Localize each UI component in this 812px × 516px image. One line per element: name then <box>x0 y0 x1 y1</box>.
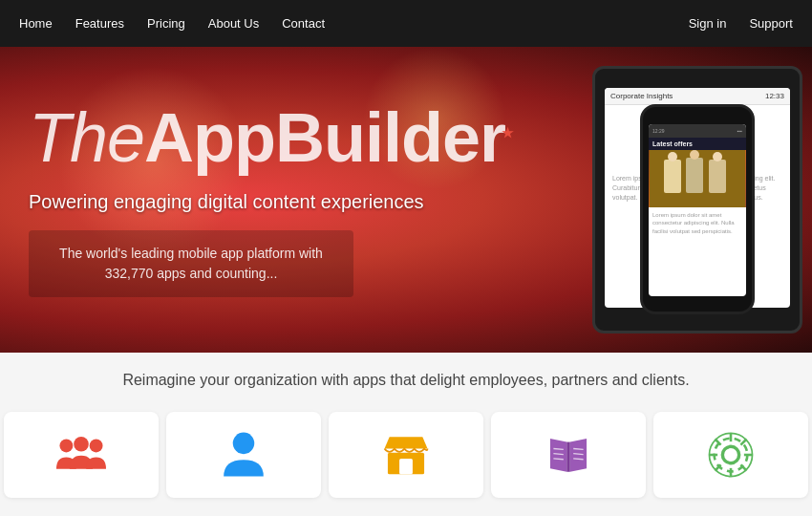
navigation: Home Features Pricing About Us Contact S… <box>0 0 812 47</box>
title-the: The <box>29 99 144 176</box>
svg-line-16 <box>553 459 563 460</box>
nav-right: Sign in Support <box>689 16 793 31</box>
people-icon <box>56 430 106 480</box>
nav-item-signin[interactable]: Sign in <box>689 16 727 31</box>
hero-subtitle: Powering engaging digital content experi… <box>29 191 783 213</box>
svg-rect-13 <box>399 459 413 474</box>
feature-card-person <box>166 412 321 498</box>
hero-section: TheAppBuilder★ Powering engaging digital… <box>0 47 812 353</box>
svg-line-17 <box>573 449 583 450</box>
nav-item-features[interactable]: Features <box>75 16 124 31</box>
nav-item-pricing[interactable]: Pricing <box>147 16 185 31</box>
store-icon <box>381 430 431 480</box>
tablet-time: 12:33 <box>765 92 784 100</box>
title-builder: Builder <box>275 99 505 176</box>
feature-card-store <box>329 412 483 498</box>
lower-tagline: Reimagine your organization with apps th… <box>122 372 689 389</box>
feature-card-book <box>491 412 646 498</box>
svg-point-9 <box>74 437 89 452</box>
settings-icon <box>706 430 756 480</box>
features-icons-row <box>0 412 812 498</box>
hero-title: TheAppBuilder★ <box>29 103 783 172</box>
hero-description: The world's leading mobile app platform … <box>29 230 353 297</box>
svg-line-18 <box>573 454 583 455</box>
svg-point-20 <box>722 446 738 462</box>
svg-point-11 <box>233 433 255 455</box>
svg-line-29 <box>740 440 746 445</box>
svg-point-10 <box>90 440 103 453</box>
book-icon <box>544 430 593 480</box>
svg-point-8 <box>59 440 73 453</box>
person-icon <box>219 430 268 480</box>
nav-item-about[interactable]: About Us <box>208 16 259 31</box>
feature-card-settings <box>653 412 808 498</box>
hero-content: TheAppBuilder★ Powering engaging digital… <box>0 103 812 297</box>
nav-item-home[interactable]: Home <box>19 16 53 31</box>
svg-line-14 <box>553 449 563 450</box>
title-app: App <box>144 99 275 176</box>
nav-item-contact[interactable]: Contact <box>282 16 325 31</box>
tablet-title: Corporate Insights <box>610 92 673 100</box>
svg-line-19 <box>573 459 583 460</box>
nav-item-support[interactable]: Support <box>749 16 793 31</box>
star-icon: ★ <box>502 125 513 140</box>
svg-line-15 <box>553 454 563 455</box>
feature-card-people <box>4 412 159 498</box>
lower-section: Reimagine your organization with apps th… <box>0 353 812 516</box>
nav-left: Home Features Pricing About Us Contact <box>19 16 689 31</box>
